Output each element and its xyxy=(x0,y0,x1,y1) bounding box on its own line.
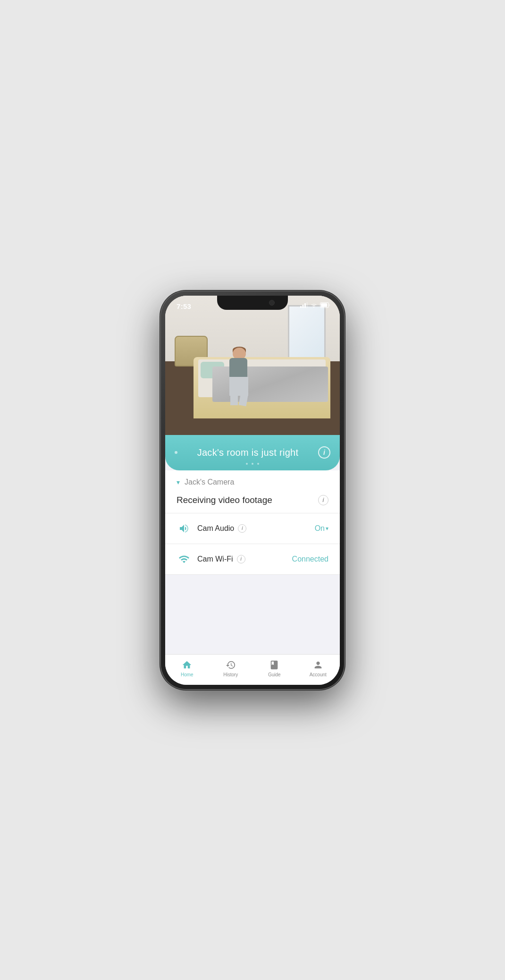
banner-dot-3 xyxy=(257,463,259,465)
phone-frame: 7:53 xyxy=(160,291,345,690)
tab-home[interactable]: Home xyxy=(165,659,209,680)
room-scene xyxy=(165,296,340,442)
cam-audio-label: Cam Audio i xyxy=(197,524,315,533)
cam-wifi-value: Connected xyxy=(292,555,328,563)
signal-icon xyxy=(300,302,308,308)
video-status-row: Receiving video footage i xyxy=(177,495,328,505)
child-body xyxy=(229,358,247,379)
cam-wifi-icon xyxy=(177,552,192,567)
guide-tab-label: Guide xyxy=(268,672,281,677)
phone-screen: 7:53 xyxy=(165,296,340,685)
banner-message: Jack's room is just right xyxy=(177,447,318,458)
wifi-icon xyxy=(178,554,190,565)
tab-guide[interactable]: Guide xyxy=(252,659,296,680)
video-status-text: Receiving video footage xyxy=(177,495,272,505)
cam-audio-icon xyxy=(177,521,192,536)
status-time: 7:53 xyxy=(177,302,191,310)
teal-banner: Jack's room is just right i xyxy=(165,435,340,470)
room-bed xyxy=(194,352,330,418)
cam-wifi-info-button[interactable]: i xyxy=(237,555,245,563)
status-icons xyxy=(300,302,330,308)
cam-wifi-label: Cam Wi-Fi i xyxy=(197,555,292,563)
camera-name-label: Jack's Camera xyxy=(185,478,234,486)
banner-dot-1 xyxy=(246,463,248,465)
camera-collapse-chevron[interactable]: ▾ xyxy=(177,478,180,486)
child-leg-right xyxy=(239,392,249,406)
camera-section-header: ▾ Jack's Camera xyxy=(165,470,340,486)
tab-account[interactable]: Account xyxy=(296,659,340,680)
child-leg-left xyxy=(230,395,238,405)
speaker-icon xyxy=(178,523,190,534)
child-figure xyxy=(227,348,252,404)
cam-wifi-row[interactable]: Cam Wi-Fi i Connected xyxy=(165,544,340,575)
svg-point-4 xyxy=(313,306,314,307)
home-tab-label: Home xyxy=(181,672,194,677)
empty-content-area xyxy=(165,575,340,654)
cam-audio-info-button[interactable]: i xyxy=(238,524,246,533)
history-icon xyxy=(226,659,236,671)
camera-feed xyxy=(165,296,340,442)
video-status-section: Receiving video footage i xyxy=(165,495,340,513)
tab-bar: Home History Guide xyxy=(165,654,340,685)
svg-rect-1 xyxy=(303,305,304,308)
account-tab-label: Account xyxy=(310,672,327,677)
camera-title-row: ▾ Jack's Camera xyxy=(177,478,328,486)
cam-audio-row[interactable]: Cam Audio i On ▾ xyxy=(165,513,340,544)
banner-dots-row xyxy=(246,463,259,465)
svg-rect-0 xyxy=(300,306,302,308)
video-status-info-button[interactable]: i xyxy=(318,495,328,505)
cam-audio-arrow: ▾ xyxy=(326,525,328,532)
svg-rect-2 xyxy=(304,303,306,308)
notch xyxy=(217,296,288,310)
svg-rect-3 xyxy=(307,302,308,308)
wifi-status-icon xyxy=(310,302,318,308)
content-area: ▾ Jack's Camera Receiving video footage … xyxy=(165,470,340,654)
banner-dot-2 xyxy=(252,463,253,465)
home-icon xyxy=(182,659,192,671)
account-icon xyxy=(313,659,323,671)
banner-info-button[interactable]: i xyxy=(318,446,330,459)
cam-audio-value[interactable]: On ▾ xyxy=(315,524,328,533)
guide-icon xyxy=(269,659,279,671)
svg-rect-6 xyxy=(321,303,327,307)
tab-history[interactable]: History xyxy=(209,659,253,680)
battery-icon xyxy=(320,302,330,308)
history-tab-label: History xyxy=(223,672,238,677)
